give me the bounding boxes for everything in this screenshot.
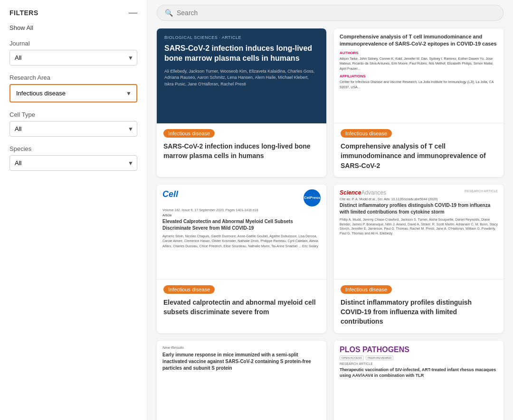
card-1-badge: Infectious disease	[163, 129, 215, 138]
card-4-authors: Philip A. Mudd, Jeremy Chase-Crawford, J…	[340, 217, 498, 236]
search-icon: 🔍	[165, 9, 173, 17]
species-select[interactable]: All	[10, 155, 137, 171]
card-2-badge: Infectious disease	[341, 129, 392, 138]
card-4-cite: Cite as: P. A. Mudd et al., Sci. Adv. 10…	[340, 197, 498, 201]
card-4-sa-title: Distinct inflammatory profiles distingui…	[340, 202, 498, 215]
card-3-title: Elevated calprotectin and abnormal myelo…	[163, 298, 320, 317]
card-3-body: Infectious disease Elevated calprotectin…	[157, 280, 326, 324]
science-advances-logo: ScienceAdvances	[340, 189, 386, 196]
card-2-title: Comprehensive analysis of T cell immunod…	[341, 141, 497, 170]
plos-article-label: RESEARCH ARTICLE	[340, 362, 498, 365]
plos-peer-reviewed-badge: PEER-REVIEWED	[366, 355, 393, 360]
sidebar: FILTERS — Show All Journal All ▼ Researc…	[0, 0, 147, 420]
card-2[interactable]: Comprehensive analysis of T cell immunod…	[334, 28, 504, 177]
card-6-preview: PLOS PATHOGENS OPEN ACCESS PEER-REVIEWED…	[334, 341, 504, 420]
card-1-preview-authors: Ali Ellebedy, Jackson Turner, Wooseob Ki…	[164, 68, 319, 88]
search-input[interactable]	[177, 9, 495, 17]
research-area-select[interactable]: Infectious disease All Oncology Neurosci…	[11, 86, 135, 101]
journal-select-wrapper: All ▼	[10, 50, 137, 65]
plos-logo: PLOS PATHOGENS	[340, 345, 498, 354]
card-2-preview: Comprehensive analysis of T cell immunod…	[334, 28, 504, 123]
card-4[interactable]: ScienceAdvances RESEARCH ARTICLE Cite as…	[334, 185, 504, 333]
card-4-badge: Infectious disease	[341, 285, 392, 294]
card-3-article-label: Article	[162, 214, 321, 217]
search-bar: 🔍	[157, 5, 504, 21]
card-2-preview-title: Comprehensive analysis of T cell immunod…	[340, 33, 498, 48]
card-2-affiliations-label: AFFILIATIONS	[340, 74, 498, 78]
main-content: 🔍 BIOLOGICAL SCIENCES · ARTICLE SARS-CoV…	[147, 0, 513, 420]
card-5-preview: New Results Early immune response in mic…	[157, 341, 326, 420]
sidebar-collapse-icon[interactable]: —	[129, 8, 137, 18]
card-1[interactable]: BIOLOGICAL SCIENCES · ARTICLE SARS-CoV-2…	[157, 28, 326, 177]
celpress-logo: CelPress	[304, 189, 321, 206]
card-3-header: Cell CelPress	[162, 189, 321, 206]
card-3-badge: Infectious disease	[163, 285, 215, 294]
cards-grid: BIOLOGICAL SCIENCES · ARTICLE SARS-CoV-2…	[157, 28, 504, 420]
plos-pathogens-text: PATHOGENS	[362, 345, 409, 354]
advances-text: Advances	[361, 189, 386, 196]
card-1-preview: BIOLOGICAL SCIENCES · ARTICLE SARS-CoV-2…	[157, 28, 326, 123]
journal-filter: Journal All ▼	[10, 40, 137, 65]
card-3[interactable]: Cell CelPress Volume 182, Issue 6, 17 Se…	[157, 185, 326, 333]
card-1-body: Infectious disease SARS-CoV-2 infection …	[157, 123, 326, 168]
card-5-section: New Results	[162, 345, 321, 350]
card-3-vol: Volume 182, Issue 6, 17 September 2020, …	[162, 208, 321, 212]
cell-type-label: Cell Type	[10, 111, 137, 118]
card-6[interactable]: PLOS PATHOGENS OPEN ACCESS PEER-REVIEWED…	[334, 341, 504, 420]
card-4-research-label: RESEARCH ARTICLE	[465, 189, 498, 193]
card-5-nr-title: Early immune response in mice immunized …	[162, 352, 321, 372]
cell-type-select[interactable]: All	[10, 121, 137, 137]
species-select-wrapper: All ▼	[10, 155, 137, 171]
research-area-label: Research Area	[10, 74, 137, 81]
journal-label: Journal	[10, 40, 137, 47]
celpress-text: CelPress	[304, 196, 320, 200]
card-1-preview-title: SARS-CoV-2 infection induces long-lived …	[164, 44, 319, 64]
card-5[interactable]: New Results Early immune response in mic…	[157, 341, 326, 420]
sidebar-title: FILTERS	[10, 9, 38, 17]
cell-type-select-wrapper: All ▼	[10, 121, 137, 137]
show-all-link[interactable]: Show All	[10, 24, 33, 31]
research-area-filter: Research Area Infectious disease All Onc…	[10, 74, 137, 103]
card-2-authors-text: Alison Tarke, John Sidney, Conner K. Kid…	[340, 56, 498, 72]
card-4-body: Infectious disease Distinct inflammatory…	[334, 280, 504, 333]
journal-select[interactable]: All	[10, 50, 137, 65]
cell-type-filter: Cell Type All ▼	[10, 111, 137, 137]
card-4-title: Distinct inflammatory profiles distingui…	[341, 298, 497, 327]
card-3-article-title: Elevated Calprotectin and Abnormal Myelo…	[162, 218, 321, 232]
cell-journal-logo: Cell	[162, 189, 178, 199]
card-2-affiliations-text: Center for Infectious Disease and Vaccin…	[340, 80, 498, 90]
card-4-preview: ScienceAdvances RESEARCH ARTICLE Cite as…	[334, 185, 504, 280]
plos-badges: OPEN ACCESS PEER-REVIEWED	[340, 355, 498, 360]
show-all-section: Show All	[10, 24, 137, 31]
species-filter: Species All ▼	[10, 145, 137, 171]
card-2-authors-label: AUTHORS	[340, 51, 498, 55]
card-1-title: SARS-CoV-2 infection induces long-lived …	[163, 141, 320, 161]
card-3-preview: Cell CelPress Volume 182, Issue 6, 17 Se…	[157, 185, 326, 280]
plos-p-letter: PLOS	[340, 345, 362, 354]
plos-article-title: Therapeutic vaccination of SIV-infected,…	[340, 367, 498, 379]
research-area-select-wrapper: Infectious disease All Oncology Neurosci…	[10, 84, 137, 103]
species-label: Species	[10, 145, 137, 152]
science-text: Science	[340, 189, 361, 196]
sidebar-header: FILTERS —	[10, 8, 137, 18]
card-3-authors: Aymeric Silvin, Nicolas Chapuis, Gareth …	[162, 234, 321, 249]
card-2-body: Infectious disease Comprehensive analysi…	[334, 123, 504, 177]
card-1-preview-label: BIOLOGICAL SCIENCES · ARTICLE	[164, 35, 319, 40]
plos-open-access-badge: OPEN ACCESS	[340, 355, 364, 360]
